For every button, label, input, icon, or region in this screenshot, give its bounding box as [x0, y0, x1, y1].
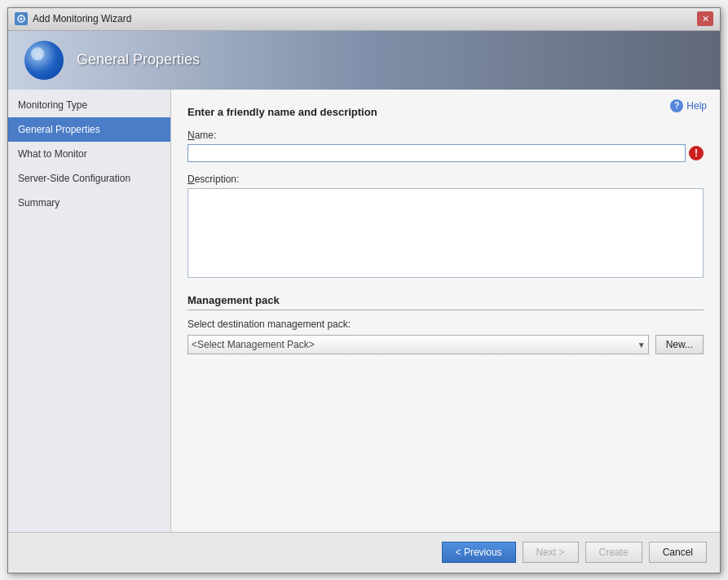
name-field-container: ! [188, 144, 704, 162]
window-title: Add Monitoring Wizard [33, 13, 697, 24]
section-title: Enter a friendly name and description [188, 106, 704, 118]
select-row: <Select Management Pack> ▼ New... [188, 335, 704, 354]
pack-select-wrapper: <Select Management Pack> ▼ [188, 335, 649, 354]
main-content: ? Help Enter a friendly name and descrip… [171, 90, 720, 532]
sidebar: Monitoring Type General Properties What … [8, 90, 171, 532]
management-pack-title: Management pack [188, 294, 704, 310]
management-pack-section: Management pack Select destination manag… [188, 294, 704, 354]
help-label: Help [686, 100, 707, 112]
new-button[interactable]: New... [655, 335, 704, 354]
header-section: General Properties [8, 31, 720, 90]
sidebar-item-summary[interactable]: Summary [8, 191, 170, 215]
window-icon [15, 12, 28, 25]
content-area: Monitoring Type General Properties What … [8, 90, 720, 532]
footer: < Previous Next > Create Cancel [8, 532, 720, 573]
wizard-window: Add Monitoring Wizard ✕ General Properti… [7, 7, 721, 573]
sidebar-item-what-to-monitor[interactable]: What to Monitor [8, 142, 170, 166]
previous-button[interactable]: < Previous [442, 542, 516, 563]
create-button[interactable]: Create [585, 542, 642, 563]
close-button[interactable]: ✕ [697, 11, 713, 26]
pack-select[interactable]: <Select Management Pack> [188, 335, 649, 354]
next-button[interactable]: Next > [523, 542, 579, 563]
description-container [188, 188, 704, 278]
name-label: Name: [188, 130, 704, 141]
sidebar-item-monitoring-type[interactable]: Monitoring Type [8, 93, 170, 117]
title-bar: Add Monitoring Wizard ✕ [8, 8, 720, 31]
description-label: Description: [188, 174, 704, 185]
svg-point-1 [20, 18, 23, 20]
header-title: General Properties [77, 51, 200, 68]
sidebar-item-server-side-configuration[interactable]: Server-Side Configuration [8, 166, 170, 191]
help-link[interactable]: ? Help [670, 99, 707, 112]
cancel-button[interactable]: Cancel [649, 542, 707, 563]
dest-label: Select destination management pack: [188, 319, 704, 330]
help-icon: ? [670, 99, 683, 112]
sidebar-item-general-properties[interactable]: General Properties [8, 117, 170, 142]
name-input[interactable] [188, 144, 686, 162]
header-icon [24, 41, 64, 80]
name-error-icon: ! [689, 146, 704, 160]
description-textarea[interactable] [188, 188, 704, 278]
